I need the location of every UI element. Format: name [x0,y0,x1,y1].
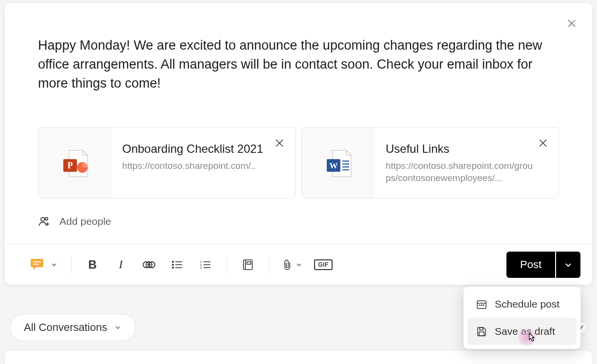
book-icon [243,259,253,271]
italic-button[interactable]: I [113,257,128,272]
schedule-post-item[interactable]: Schedule post [467,291,577,318]
discussion-icon [29,257,46,272]
post-type-selector[interactable] [29,257,57,272]
attachment-card[interactable]: P Onboarding Checklist 2021 https://cont… [38,127,296,198]
powerpoint-icon: P [59,147,91,179]
menu-item-label: Schedule post [495,298,560,310]
svg-text:3: 3 [200,266,202,269]
link-icon [142,260,156,270]
bullet-list-icon [171,260,183,270]
attachment-url: https://contoso.sharepoint.com/groups/co… [386,160,534,184]
chevron-down-icon [114,324,122,331]
svg-point-19 [172,267,174,269]
chevron-down-icon [51,261,57,268]
svg-point-17 [172,264,174,266]
compose-card: Happy Monday! We are excited to announce… [5,3,592,285]
bullet-list-button[interactable] [170,257,185,272]
people-add-icon [38,215,51,228]
gif-icon: GIF [314,259,333,270]
chevron-down-icon [296,261,302,268]
svg-rect-27 [243,260,252,270]
svg-point-9 [45,218,48,220]
attachment-title: Useful Links [386,141,534,156]
save-draft-item[interactable]: Save as draft [467,318,577,345]
close-button[interactable] [566,18,578,29]
save-icon [476,326,487,337]
gif-button[interactable]: GIF [316,257,331,272]
link-button[interactable] [142,257,156,272]
filter-label: All Conversations [24,321,107,334]
toolbar: B I 1 2 [5,244,592,285]
cursor-icon [526,332,537,343]
add-people-button[interactable]: Add people [38,213,559,230]
svg-rect-36 [479,332,484,336]
remove-attachment-button[interactable] [538,138,548,148]
calendar-icon [476,299,487,309]
svg-rect-35 [480,328,483,330]
post-options-menu: Schedule post Save as draft [464,287,580,349]
feed-card [5,351,592,364]
attachment-thumbnail: P [38,127,112,198]
post-options-button[interactable] [556,252,580,278]
attachments-row: P Onboarding Checklist 2021 https://cont… [38,127,559,198]
svg-point-33 [481,305,482,306]
menu-item-label: Save as draft [495,326,555,337]
svg-rect-29 [247,262,251,264]
attachment-thumbnail: W [302,127,375,198]
attachment-card[interactable]: W Useful Links https://contoso.sharepoin… [301,127,559,198]
conversations-filter[interactable]: All Conversations [10,314,136,341]
chevron-down-icon [564,260,573,269]
numbered-list-icon: 1 2 3 [200,260,211,270]
post-button[interactable]: Post [506,252,555,278]
remove-attachment-button[interactable] [275,138,284,148]
svg-point-32 [479,305,480,306]
paperclip-icon [283,259,292,271]
attachment-title: Onboarding Checklist 2021 [122,141,271,156]
message-textarea[interactable]: Happy Monday! We are excited to announce… [38,36,559,93]
word-icon: W [323,147,354,179]
attach-button[interactable] [283,257,302,272]
topic-button[interactable] [241,257,255,272]
add-people-label: Add people [59,216,111,227]
bold-button[interactable]: B [85,257,100,272]
numbered-list-button[interactable]: 1 2 3 [198,257,213,272]
svg-point-8 [41,218,45,221]
svg-point-34 [483,305,484,306]
svg-text:W: W [330,161,338,170]
svg-point-15 [172,261,174,263]
attachment-url: https://contoso.sharepoint.com/.. [122,160,271,172]
svg-text:P: P [68,161,73,170]
